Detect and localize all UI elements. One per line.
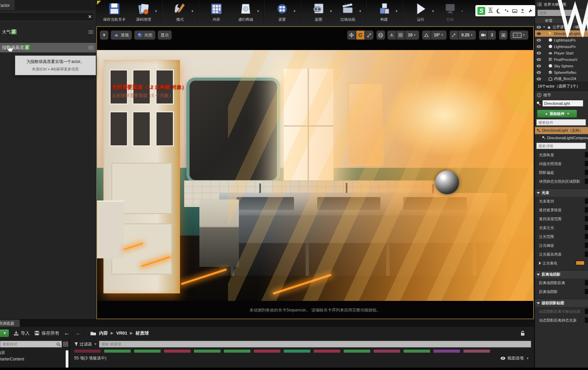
world-local-toggle-button[interactable] [376, 30, 385, 40]
section-light-shafts[interactable]: 光束 [535, 189, 588, 197]
asset-thumbnail[interactable] [314, 350, 340, 353]
value-field[interactable] [585, 207, 588, 212]
camera-speed-value[interactable]: 3 [488, 30, 496, 40]
outliner-row-post-process[interactable]: PostProcessV [535, 56, 588, 63]
breadcrumb-vr01[interactable]: VR01 [116, 331, 127, 336]
asset-thumbnail[interactable] [463, 350, 490, 353]
save-all-button[interactable]: 保存所有 [34, 330, 59, 336]
breadcrumb-material[interactable]: 材质球 [135, 330, 149, 336]
asset-thumbnail[interactable] [404, 350, 430, 353]
visibility-eye-icon[interactable] [536, 26, 541, 29]
rotate-tool-button[interactable] [356, 30, 365, 40]
sources-list-icon[interactable] [63, 342, 68, 347]
camera-speed-button[interactable] [479, 30, 488, 40]
outliner-row-wall-box[interactable]: 内墙_Box104 [535, 76, 588, 82]
build-button[interactable]: 构建▼ [370, 2, 399, 22]
import-button[interactable]: 导入 [14, 330, 30, 336]
property-row-occlusion-depth-range[interactable]: 遮挡深度范围 [535, 214, 588, 223]
asset-thumbnail[interactable] [164, 350, 191, 353]
asset-thumbnail[interactable] [104, 350, 131, 353]
content-button[interactable]: 内容 [202, 2, 231, 22]
grid-snap-toggle-button[interactable] [396, 30, 405, 40]
viewport[interactable]: ▼ 透视 光照 显示 [96, 26, 534, 319]
rotation-snap-value-button[interactable]: 10°▼ [431, 30, 447, 40]
rotation-snap-toggle-button[interactable] [422, 30, 431, 40]
ime-punctuation-icon[interactable] [504, 8, 509, 14]
bloom-tint-swatch[interactable] [576, 261, 585, 265]
visibility-eye-icon[interactable] [536, 38, 541, 42]
scale-snap-toggle-button[interactable] [450, 30, 458, 40]
value-field[interactable] [585, 289, 588, 294]
asset-thumbnail[interactable] [344, 350, 370, 353]
visibility-eye-icon[interactable] [536, 32, 541, 35]
asset-search-input[interactable] [99, 341, 531, 348]
modes-button[interactable]: 模式▼ [165, 2, 195, 22]
scale-snap-value-button[interactable]: 0.25▼ [458, 30, 476, 40]
source-control-button[interactable]: 源码管理▼ [129, 2, 158, 22]
section-cascaded-shadow-maps[interactable]: 级联阴影贴图 [535, 299, 588, 307]
marketplace-button[interactable]: 虚幻商城▼ [231, 2, 260, 22]
value-field[interactable] [585, 198, 588, 204]
scale-tool-button[interactable] [365, 30, 374, 40]
asset-thumbnail[interactable] [284, 350, 310, 353]
outliner-row-sky-sphere[interactable]: Sky Sphere [535, 63, 588, 69]
search-details-input[interactable] [536, 143, 586, 149]
grid-snap-value-button[interactable]: 10▼ [405, 30, 419, 40]
value-field[interactable] [585, 216, 588, 221]
property-row-light-shaft-occlusion[interactable]: 光束遮挡 [535, 197, 588, 206]
actor-name-input[interactable] [542, 100, 583, 107]
viewport-scene[interactable]: 光照需要重建（12 未构建 对象） 反射捕获需要重建（5 个对象） [97, 50, 533, 301]
value-field[interactable] [585, 225, 588, 230]
perspective-button[interactable]: 透视 [111, 30, 132, 40]
asset-thumbnail[interactable] [194, 350, 220, 353]
cinematics-button[interactable]: 过场动画▼ [333, 2, 362, 22]
breadcrumb-content[interactable]: 内容 [99, 330, 108, 336]
value-field[interactable] [585, 152, 588, 157]
ime-wrench-icon[interactable] [528, 8, 533, 14]
value-field[interactable] [585, 309, 588, 314]
asset-thumbnail[interactable] [134, 350, 161, 353]
ime-toolbar[interactable]: S 五 [475, 5, 535, 16]
property-row-area-shadows[interactable]: 使用静态光照的区域阴影 [535, 177, 588, 186]
property-row-indirect-intensity[interactable]: 间接光照强度 [535, 159, 588, 168]
property-row-df-shadow-distance[interactable]: 距离场阴影距离 [535, 278, 588, 287]
back-button[interactable]: ← [64, 330, 70, 337]
lock-icon[interactable] [520, 331, 525, 336]
property-row-occlusion-mask-darkness[interactable]: 遮挡遮罩暗度 [535, 206, 588, 214]
ime-moon-icon[interactable] [496, 8, 501, 14]
ime-keyboard-icon[interactable] [512, 8, 517, 14]
clear-search-icon[interactable]: ✕ [86, 13, 94, 20]
visibility-eye-icon[interactable] [536, 77, 541, 81]
reflection-sphere-gizmo[interactable] [435, 171, 459, 194]
asset-thumbnail[interactable] [434, 350, 460, 353]
path-search-input[interactable] [0, 341, 62, 348]
place-actors-search-input[interactable] [0, 14, 86, 19]
launch-button[interactable]: 启动▼ [435, 2, 464, 22]
maximize-viewport-button[interactable] [499, 30, 508, 40]
save-level-button[interactable]: 保存当前关卡 [100, 2, 129, 22]
surface-snap-button[interactable] [387, 30, 396, 40]
asset-thumbnail[interactable] [254, 350, 280, 353]
section-distance-field-shadows[interactable]: 距离场阴影 [535, 270, 588, 278]
viewport-options-button[interactable]: ▼ [100, 30, 109, 40]
tab-place-actor[interactable]: 放置actor [0, 0, 15, 10]
show-flags-button[interactable]: 显示 [158, 30, 172, 40]
visibility-eye-icon[interactable] [536, 45, 541, 48]
value-field[interactable] [585, 252, 588, 257]
tree-item-content[interactable]: 内容 [0, 350, 69, 356]
add-new-button[interactable]: ▼ [0, 329, 9, 337]
value-field[interactable] [585, 179, 588, 184]
asset-thumbnail[interactable] [74, 350, 101, 353]
translate-tool-button[interactable] [347, 30, 356, 40]
value-field[interactable] [585, 280, 588, 285]
value-field[interactable] [585, 170, 588, 175]
view-options-button[interactable]: 视图选项▼ [500, 355, 529, 361]
blueprints-button[interactable]: 蓝图▼ [304, 2, 333, 22]
property-row-light-shaft-bloom[interactable]: 光束泛光 [535, 223, 588, 232]
property-row-bloom-tint[interactable]: 泛光着色 [535, 259, 588, 268]
place-item-atmospheric-fog[interactable]: 大气雾 [0, 27, 96, 37]
visibility-eye-icon[interactable] [536, 71, 541, 74]
asset-thumbnail[interactable] [374, 350, 400, 353]
property-row-bloom-threshold[interactable]: 泛光阈值 [535, 241, 588, 250]
property-row-source-angle[interactable]: 光源角度 [535, 150, 588, 159]
